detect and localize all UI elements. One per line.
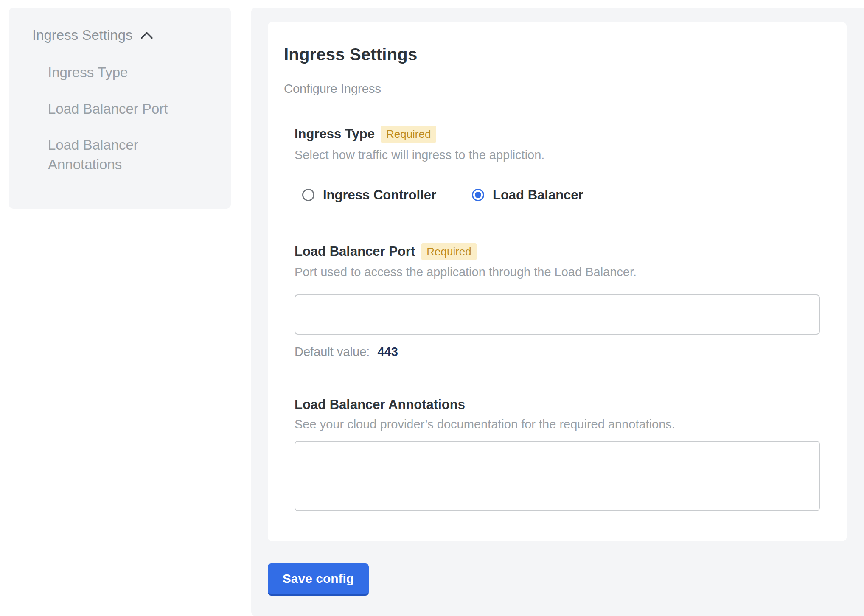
load-balancer-port-heading: Load Balancer Port Required	[295, 243, 825, 260]
required-badge: Required	[421, 243, 477, 260]
radio-option-ingress-controller[interactable]: Ingress Controller	[302, 188, 436, 203]
radio-option-load-balancer[interactable]: Load Balancer	[472, 188, 583, 203]
sidebar-group-label: Ingress Settings	[32, 27, 133, 43]
load-balancer-port-title: Load Balancer Port	[295, 244, 415, 259]
sidebar-item-ingress-type[interactable]: Ingress Type	[48, 63, 188, 82]
page-title: Ingress Settings	[284, 45, 825, 64]
radio-label-ingress-controller: Ingress Controller	[323, 188, 436, 203]
load-balancer-annotations-heading: Load Balancer Annotations	[295, 397, 825, 412]
config-card: Ingress Settings Configure Ingress Ingre…	[268, 22, 847, 541]
radio-label-load-balancer: Load Balancer	[493, 188, 583, 203]
section-load-balancer-port: Load Balancer Port Required Port used to…	[295, 243, 825, 359]
main-panel: Ingress Settings Configure Ingress Ingre…	[251, 8, 864, 616]
sidebar-item-list: Ingress Type Load Balancer Port Load Bal…	[48, 63, 219, 174]
save-config-button[interactable]: Save config	[268, 563, 369, 596]
sidebar-item-load-balancer-port[interactable]: Load Balancer Port	[48, 99, 188, 119]
section-ingress-type: Ingress Type Required Select how traffic…	[295, 126, 825, 203]
section-load-balancer-annotations: Load Balancer Annotations See your cloud…	[295, 397, 825, 511]
default-value-label: Default value:	[295, 345, 370, 358]
sidebar-group-ingress-settings[interactable]: Ingress Settings	[32, 27, 219, 43]
load-balancer-annotations-title: Load Balancer Annotations	[295, 397, 465, 412]
default-value-line: Default value: 443	[295, 345, 825, 359]
load-balancer-port-help: Port used to access the application thro…	[295, 265, 825, 279]
required-badge: Required	[381, 126, 437, 143]
ingress-type-title: Ingress Type	[295, 126, 375, 142]
load-balancer-annotations-textarea[interactable]	[295, 441, 820, 511]
page-subtitle: Configure Ingress	[284, 82, 825, 96]
ingress-type-radio-group: Ingress Controller Load Balancer	[302, 188, 825, 203]
chevron-up-icon	[140, 31, 153, 39]
load-balancer-port-input[interactable]	[295, 294, 820, 335]
ingress-type-help: Select how traffic will ingress to the a…	[295, 148, 825, 162]
default-value: 443	[377, 345, 398, 358]
config-nav-sidebar: Ingress Settings Ingress Type Load Balan…	[9, 8, 231, 209]
radio-button-icon[interactable]	[302, 189, 314, 201]
radio-button-icon[interactable]	[472, 189, 484, 201]
ingress-type-heading: Ingress Type Required	[295, 126, 825, 143]
sidebar-item-load-balancer-annotations[interactable]: Load Balancer Annotations	[48, 135, 188, 174]
load-balancer-annotations-help: See your cloud provider’s documentation …	[295, 417, 825, 431]
